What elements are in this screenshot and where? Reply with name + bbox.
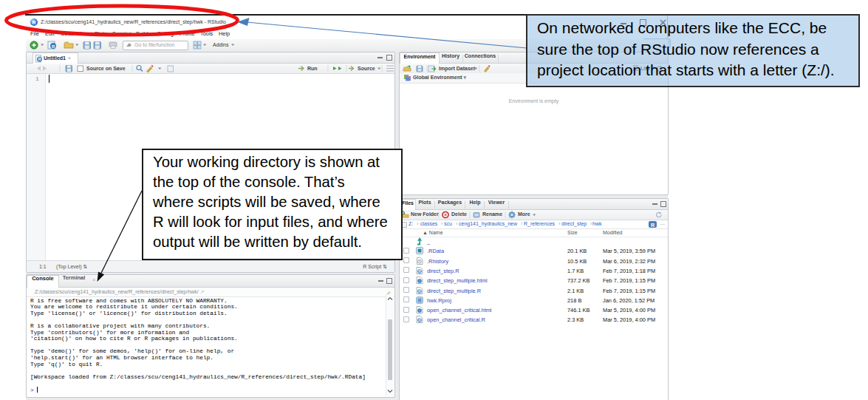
svg-text:R: R [418,289,421,294]
svg-text:R: R [418,298,422,303]
svg-text:R: R [651,222,655,227]
svg-text:R: R [38,57,41,61]
svg-text:R: R [418,269,421,274]
svg-text:R: R [52,44,55,49]
svg-text:R: R [418,318,421,322]
